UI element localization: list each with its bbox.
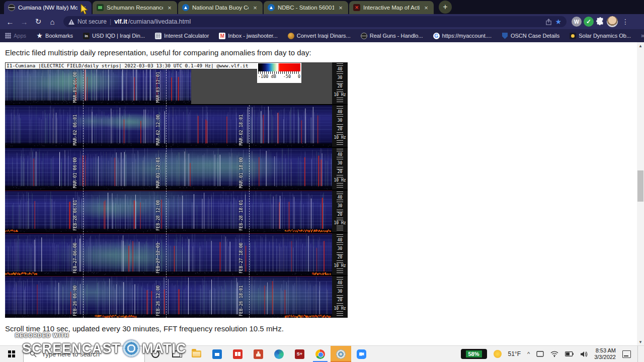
chrome-icon [315, 349, 325, 359]
strip-canvas [5, 105, 332, 147]
back-button[interactable]: ← [4, 16, 16, 28]
tab-schumann[interactable]: Schumann Resonance Toda × [93, 1, 177, 14]
spectrogram-title: I1-Cumiana |ELECTRIC FIELD/daily strips|… [5, 62, 258, 69]
bookmark-item-real-guns[interactable]: Real Guns - Handlo... [361, 33, 423, 39]
action-center-icon[interactable] [622, 350, 631, 358]
show-desktop-button[interactable] [637, 346, 640, 362]
screenpal-button[interactable]: S+ [289, 346, 310, 362]
bookmark-item-solar-dynamics[interactable]: Solar Dynamics Ob... [570, 33, 631, 39]
axis-tick-label: 40 [332, 281, 348, 285]
person-app-icon [254, 349, 263, 359]
url-host: vlf.it [114, 18, 127, 25]
globe-icon [361, 33, 367, 39]
bookmark-item-usd-iqd[interactable]: in USD IQD | Iraqi Din... [83, 33, 145, 39]
tab-ndbc-station[interactable]: NDBC - Station 56001 Rece × [264, 1, 348, 14]
bookmark-item-bookmarks[interactable]: ★ Bookmarks [36, 33, 73, 39]
task-view-button[interactable] [166, 346, 186, 362]
mail-button[interactable] [227, 346, 248, 362]
bookmark-item-oscn[interactable]: OSCN Case Details [502, 33, 559, 39]
chrome-button[interactable] [310, 346, 331, 362]
tab-close-icon[interactable]: × [337, 4, 344, 12]
tab-close-icon[interactable]: × [423, 4, 430, 12]
frequency-axis: 40302010 Hz [332, 276, 348, 318]
bookmark-star-icon[interactable]: ★ [555, 18, 561, 26]
strip-time-label: MAR-03 12:01 [155, 72, 160, 103]
taskbar-search-box[interactable]: Type here to search [23, 346, 145, 362]
start-button[interactable] [0, 346, 23, 362]
axis-tick-label: 20 [332, 255, 348, 259]
extensions-puzzle-icon[interactable] [596, 17, 605, 26]
bookmark-item-interest-calculator[interactable]: Interest Calculator [155, 33, 209, 39]
file-explorer-button[interactable] [186, 346, 207, 362]
battery-widget[interactable]: 58% [461, 349, 487, 359]
bookmark-item-myaccount[interactable]: G https://myaccount.... [433, 33, 492, 39]
strip-time-label: FEB-26 18:01 [238, 286, 244, 316]
scrollbar-thumb[interactable] [637, 170, 643, 202]
strip-time-label: FEB-28 12:00 [155, 200, 160, 231]
axis-tick-label: 20 [332, 212, 348, 217]
frequency-axis: 40302010 Hz [332, 62, 348, 104]
bookmark-item-convert-dinars[interactable]: Convert Iraqi Dinars... [288, 33, 351, 39]
temperature-label[interactable]: 51°F [508, 350, 521, 357]
extension-w-icon[interactable]: W [572, 17, 582, 27]
tab-title: National Data Buoy Center [192, 5, 249, 11]
bookmarks-overflow-chevron[interactable]: » [641, 32, 644, 39]
tab-close-icon[interactable]: × [166, 4, 173, 12]
frequency-axis: 40302010 Hz [332, 148, 348, 190]
battery-percent: 58% [466, 350, 482, 357]
axis-tick-label: 20 [332, 169, 348, 174]
frequency-axis: 40302010 Hz [332, 233, 348, 275]
address-bar[interactable]: Not secure | vlf.it /cumiana/livedata.ht… [63, 16, 567, 27]
axis-tick-label: 40 [332, 67, 348, 71]
reload-button[interactable]: ↻ [32, 16, 44, 28]
axis-tick-label: 20 [332, 84, 348, 88]
zoom-button[interactable] [351, 346, 372, 362]
axis-tick-label: 40 [332, 110, 348, 114]
profile-avatar[interactable] [607, 16, 618, 27]
volume-icon[interactable] [580, 351, 588, 357]
extension-check-icon[interactable]: ✓ [584, 17, 594, 27]
microsoft-store-button[interactable] [207, 346, 227, 362]
shield-icon [502, 33, 508, 39]
search-placeholder: Type here to search [42, 350, 100, 358]
taskbar-clock[interactable]: 8:53 AM 3/3/2022 [594, 347, 616, 360]
spectrogram-strip-MAR-02: MAR-02 06:01MAR-02 12:00MAR-02 18:014030… [5, 105, 348, 147]
apps-launcher[interactable]: Apps [5, 33, 26, 39]
share-icon[interactable] [545, 19, 552, 25]
browser-toolbar: ← → ↻ ⌂ Not secure | vlf.it /cumiana/liv… [0, 14, 644, 29]
time-gridline [166, 105, 167, 147]
tray-chevron-up-icon[interactable]: ^ [527, 351, 530, 357]
browser-menu-icon[interactable]: ⋮ [620, 18, 631, 26]
screencast-o-matic-button[interactable] [331, 346, 351, 362]
time-gridline [83, 69, 84, 104]
axis-tick-label: 20 [332, 127, 348, 131]
axis-tick-label: 30 [332, 289, 348, 294]
tab-close-icon[interactable]: × [252, 4, 259, 12]
home-button[interactable]: ⌂ [46, 16, 58, 28]
weather-sun-icon[interactable] [494, 350, 502, 358]
page-heading: Electric filed multistrip daily represen… [5, 48, 637, 57]
wifi-icon[interactable] [550, 351, 558, 357]
vertical-scrollbar[interactable]: ▲ ▼ [637, 42, 644, 345]
new-tab-button[interactable]: + [439, 1, 452, 14]
edge-button[interactable] [269, 346, 289, 362]
tab-close-icon[interactable]: × [80, 4, 88, 12]
tab-ndbc-home[interactable]: National Data Buoy Center × [178, 1, 263, 14]
forward-button[interactable]: → [18, 16, 30, 28]
noaa-favicon-icon [182, 4, 189, 11]
tablet-icon[interactable] [536, 350, 544, 357]
battery-icon[interactable] [565, 351, 574, 356]
spectrogram-strip-FEB-26: FEB-26 06:00FEB-26 12:00FEB-26 18:014030… [5, 276, 348, 318]
red-app-button[interactable] [248, 346, 269, 362]
axis-tick-label: 30 [332, 118, 348, 123]
tab-cumiana[interactable]: Cumiana (NW Italy) Monito × [4, 1, 92, 14]
axis-tick-label: 10 Hz [332, 221, 348, 225]
cortana-button[interactable] [145, 346, 166, 362]
tab-volcano-map[interactable]: Interactive Map of Active V × [349, 1, 434, 14]
axis-tick-label: 30 [332, 246, 348, 251]
bookmark-item-inbox[interactable]: M Inbox - jwashooter... [219, 33, 277, 39]
sun-icon [570, 33, 576, 39]
strip-time-label: MAR-02 12:00 [155, 115, 160, 145]
scroll-up-arrow-icon[interactable]: ▲ [637, 42, 644, 49]
scroll-down-arrow-icon[interactable]: ▼ [637, 338, 644, 345]
